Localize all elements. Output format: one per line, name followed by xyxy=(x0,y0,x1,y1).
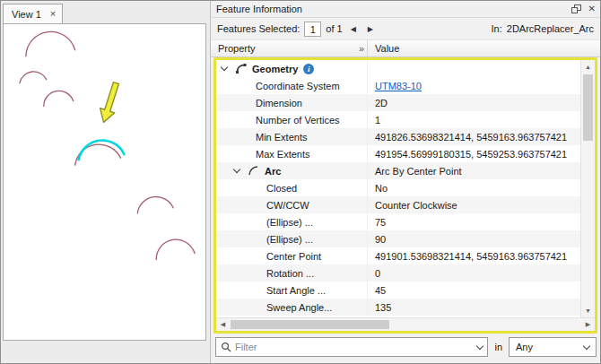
table-row[interactable]: Min Extents491826.53698321414, 5459163.9… xyxy=(216,128,580,145)
vertical-scroll-thumb[interactable] xyxy=(583,74,593,141)
property-name: (Ellipse) ... xyxy=(266,217,313,228)
table-row[interactable]: ArcArc By Center Point xyxy=(216,162,580,179)
property-value: 2D xyxy=(368,98,580,108)
highlighted-table-area: GeometryiCoordinate SystemUTM83-10Dimens… xyxy=(213,57,597,334)
filter-bar: in Any xyxy=(211,334,600,360)
feature-information-panel: Feature Information ✕ Features Selected:… xyxy=(210,1,600,363)
current-feature-field[interactable]: 1 xyxy=(304,22,321,37)
property-name: Sweep Angle... xyxy=(266,302,332,313)
arc-feature[interactable] xyxy=(156,239,195,259)
table-row[interactable]: (Ellipse) ...75 xyxy=(216,213,580,230)
map-canvas[interactable] xyxy=(3,23,206,341)
property-value: No xyxy=(368,183,580,194)
app-window: View 1 × Feature Information ✕ Features … xyxy=(0,0,601,364)
property-name: Geometry xyxy=(252,64,298,74)
scroll-down-icon[interactable]: ▼ xyxy=(581,304,595,317)
map-svg xyxy=(4,24,205,340)
table-row[interactable]: Number of Vertices1 xyxy=(216,111,580,128)
filter-dropdown-chevron-icon[interactable] xyxy=(476,342,483,349)
property-value: 1 xyxy=(368,115,580,126)
selected-arc-feature[interactable] xyxy=(79,141,125,160)
property-value: 45 xyxy=(368,285,580,296)
property-name: Center Point xyxy=(266,251,321,262)
table-row[interactable]: Coordinate SystemUTM83-10 xyxy=(216,77,580,94)
property-value: Arc By Center Point xyxy=(368,166,580,177)
close-panel-icon[interactable]: ✕ xyxy=(588,4,596,13)
table-row[interactable]: Max Extents491954.56999180315, 5459253.9… xyxy=(216,145,580,162)
property-name: Dimension xyxy=(256,98,302,108)
scroll-up-icon[interactable]: ▲ xyxy=(581,60,595,74)
property-name: Closed xyxy=(266,183,297,194)
property-table-header: Property » Value xyxy=(211,39,600,57)
property-table-rows: GeometryiCoordinate SystemUTM83-10Dimens… xyxy=(216,60,580,317)
panel-title: Feature Information xyxy=(216,4,302,14)
tab-close-icon[interactable]: × xyxy=(50,9,56,19)
next-feature-button[interactable]: ▶ xyxy=(364,23,377,35)
property-name: CW/CCW xyxy=(266,200,309,211)
view-tab-bar: View 1 × xyxy=(1,1,209,23)
of-total-label: of 1 xyxy=(326,23,342,34)
filter-scope-select[interactable]: Any xyxy=(509,337,597,357)
table-row[interactable]: (Ellipse) ...90 xyxy=(216,230,580,247)
scroll-right-icon[interactable]: ▶ xyxy=(581,318,595,331)
table-row[interactable]: ClosedNo xyxy=(216,179,580,196)
arc-feature[interactable] xyxy=(20,72,47,83)
table-row[interactable]: Start Angle ...45 xyxy=(216,282,580,299)
feature-type-value: 2DArcReplacer_Arc xyxy=(507,23,594,34)
property-name: Max Extents xyxy=(256,149,310,160)
tab-view-1[interactable]: View 1 × xyxy=(3,4,63,23)
table-row[interactable]: Geometryi xyxy=(216,60,580,77)
features-selected-label: Features Selected: xyxy=(217,23,300,34)
horizontal-scrollbar[interactable]: ◀ ▶ xyxy=(216,317,595,331)
table-row[interactable]: Rotation ...0 xyxy=(216,264,580,282)
property-name: Arc xyxy=(265,166,281,177)
scope-dropdown-chevron-icon[interactable] xyxy=(583,342,590,349)
header-more-icon[interactable]: » xyxy=(359,40,364,57)
table-row[interactable]: Sweep Angle...135 xyxy=(216,299,580,316)
property-name: Number of Vertices xyxy=(256,115,340,126)
panel-titlebar: Feature Information ✕ xyxy=(211,1,600,18)
property-value: 491954.56999180315, 5459253.963757421 xyxy=(368,149,580,160)
column-header-value[interactable]: Value xyxy=(368,40,600,56)
float-panel-icon[interactable] xyxy=(571,4,581,14)
info-icon[interactable]: i xyxy=(303,64,314,74)
vertical-scrollbar[interactable]: ▲ ▼ xyxy=(580,60,595,317)
filter-input[interactable] xyxy=(235,339,474,355)
property-value: 491901.53698321414, 5459163.963757421 xyxy=(368,251,580,262)
arc-feature[interactable] xyxy=(75,144,121,165)
column-header-property[interactable]: Property » xyxy=(211,40,368,56)
search-icon xyxy=(221,342,231,352)
property-name: Coordinate System xyxy=(256,81,340,91)
tab-label: View 1 xyxy=(12,9,41,20)
property-name: Min Extents xyxy=(256,132,307,143)
property-value: 90 xyxy=(368,234,580,245)
property-name: (Ellipse) ... xyxy=(266,234,313,245)
selection-arrow-annotation xyxy=(100,82,119,123)
scroll-left-icon[interactable]: ◀ xyxy=(216,318,230,331)
horizontal-scroll-thumb[interactable] xyxy=(231,320,389,329)
property-column-label: Property xyxy=(218,43,256,54)
in-label: In: xyxy=(492,23,502,34)
filter-combobox[interactable] xyxy=(215,337,488,357)
arc-feature[interactable] xyxy=(137,197,173,213)
filter-scope-value: Any xyxy=(516,342,533,352)
table-row[interactable]: Dimension2D xyxy=(216,94,580,111)
table-row[interactable]: Center Point491901.53698321414, 5459163.… xyxy=(216,247,580,264)
geometry-icon xyxy=(235,63,247,74)
property-value: 0 xyxy=(368,268,580,279)
property-value: Counter Clockwise xyxy=(368,200,580,211)
arc-feature[interactable] xyxy=(44,91,74,106)
features-selected-bar: Features Selected: 1 of 1 ◀ ▶ In: 2DArcR… xyxy=(211,18,600,39)
table-row[interactable]: CW/CCWCounter Clockwise xyxy=(216,196,580,213)
property-value: 135 xyxy=(368,302,580,313)
arc-feature[interactable] xyxy=(26,31,75,56)
expand-chevron-icon[interactable] xyxy=(233,166,240,173)
property-value: 491826.53698321414, 5459163.963757421 xyxy=(368,132,580,143)
arc-icon xyxy=(248,165,259,177)
property-name: Start Angle ... xyxy=(266,285,326,296)
expand-chevron-icon[interactable] xyxy=(221,64,228,71)
coordinate-system-link[interactable]: UTM83-10 xyxy=(375,81,422,91)
property-value: 75 xyxy=(368,217,580,228)
previous-feature-button[interactable]: ◀ xyxy=(347,23,360,35)
filter-in-label: in xyxy=(494,342,502,352)
